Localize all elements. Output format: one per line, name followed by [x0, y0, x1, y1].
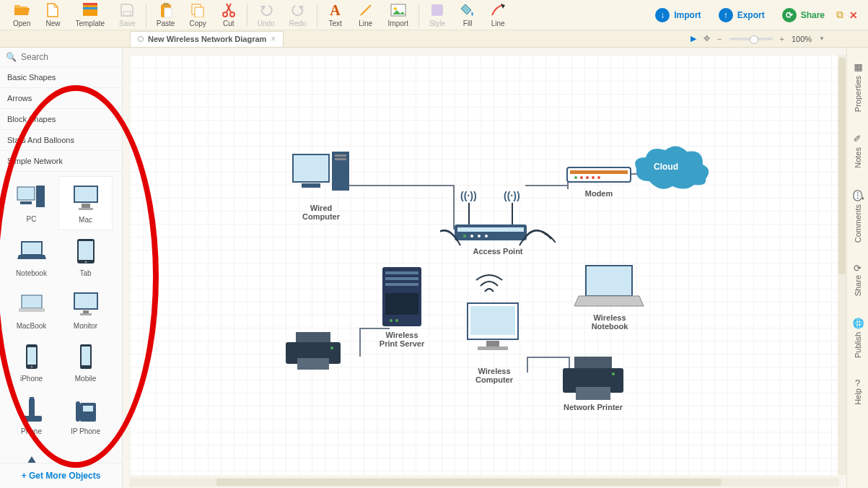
right-panel: Properties▦ Notes✎ Comments💬 Share⟳ Publ…: [846, 48, 868, 488]
redo-button[interactable]: Redo: [282, 1, 314, 29]
line-style-button[interactable]: Line: [483, 1, 513, 29]
tab-close-icon[interactable]: ×: [271, 34, 276, 44]
shape-ip-phone[interactable]: IP Phone: [58, 388, 113, 441]
help-tab[interactable]: Help?: [852, 380, 863, 405]
import-button[interactable]: ↓Import: [649, 5, 706, 25]
zoom-slider[interactable]: [729, 38, 773, 40]
category-block-shapes[interactable]: Block Shapes: [0, 109, 122, 130]
line-button[interactable]: Line: [351, 1, 381, 29]
svg-rect-50: [455, 225, 527, 240]
svg-point-10: [230, 12, 234, 17]
comments-tab[interactable]: Comments💬: [852, 190, 863, 243]
svg-rect-70: [296, 332, 330, 342]
window-close-icon[interactable]: ✕: [849, 9, 858, 21]
printer-node[interactable]: [281, 329, 345, 375]
publish-icon: 🌐: [852, 318, 864, 329]
cut-button[interactable]: Cut: [214, 1, 244, 29]
copy-button[interactable]: Copy: [182, 1, 213, 29]
share-tab[interactable]: Share⟳: [852, 264, 863, 296]
export-button[interactable]: ↑Export: [713, 5, 771, 25]
network-printer-node[interactable]: [557, 354, 629, 407]
category-basic-shapes[interactable]: Basic Shapes: [0, 67, 122, 88]
wireless-computer-node[interactable]: [455, 271, 534, 368]
help-icon: ?: [855, 378, 860, 388]
modem-node[interactable]: [563, 163, 635, 191]
shape-mac[interactable]: Mac: [58, 176, 113, 230]
connection[interactable]: [359, 328, 361, 357]
fill-button[interactable]: Fill: [452, 1, 483, 29]
svg-point-9: [223, 12, 227, 17]
svg-point-53: [470, 235, 473, 238]
tab-title: New Wireless Network Diagram: [148, 35, 266, 43]
svg-rect-37: [30, 397, 34, 400]
publish-tab[interactable]: Publish🌐: [852, 318, 863, 358]
save-button[interactable]: Save: [112, 1, 143, 29]
svg-point-68: [390, 319, 393, 322]
search-box[interactable]: 🔍: [0, 48, 122, 67]
svg-rect-72: [297, 358, 329, 370]
shape-notebook[interactable]: Notebook: [4, 230, 58, 283]
shape-mobile[interactable]: Mobile: [58, 336, 113, 388]
shape-phone[interactable]: Phone: [4, 388, 58, 441]
print-server-label: Wireless Print Server: [377, 331, 427, 348]
pan-tool-icon[interactable]: ✥: [703, 34, 710, 43]
canvas-area: Wired Computer ((·)) ((·)): [123, 48, 846, 488]
shape-iphone[interactable]: iPhone: [4, 336, 58, 388]
svg-point-73: [330, 347, 333, 349]
share-button[interactable]: ⟳Share: [776, 5, 830, 25]
print-server-node[interactable]: [377, 264, 427, 332]
svg-rect-28: [83, 310, 89, 313]
svg-rect-81: [576, 387, 610, 400]
category-stars-balloons[interactable]: Stars And Balloons: [0, 130, 122, 151]
cloud-node[interactable]: Cloud: [628, 141, 714, 202]
style-button[interactable]: Style: [422, 1, 452, 29]
category-arrows[interactable]: Arrows: [0, 88, 122, 109]
connection[interactable]: [346, 185, 455, 186]
wired-computer-node[interactable]: [289, 149, 354, 202]
svg-rect-38: [80, 403, 96, 422]
zoom-dropdown-icon[interactable]: ▼: [819, 35, 825, 42]
import-image-button[interactable]: Import: [381, 1, 416, 29]
network-printer-label: Network Printer: [563, 403, 623, 411]
cursor-tool-icon[interactable]: ▶: [691, 34, 696, 43]
svg-rect-26: [19, 308, 45, 312]
open-button[interactable]: Open: [6, 1, 38, 29]
search-input[interactable]: [21, 52, 129, 62]
window-restore-icon[interactable]: ⧉: [836, 9, 843, 21]
svg-rect-43: [332, 152, 349, 191]
svg-point-59: [580, 176, 583, 179]
text-button[interactable]: AText: [320, 1, 351, 29]
undo-button[interactable]: Undo: [250, 1, 282, 29]
shape-monitor[interactable]: Monitor: [58, 283, 113, 336]
new-button[interactable]: New: [38, 1, 68, 29]
properties-tab[interactable]: Properties▦: [852, 62, 863, 112]
svg-rect-41: [293, 154, 329, 182]
template-button[interactable]: Template: [68, 1, 112, 29]
shape-palette: PC Mac Notebook Tab MacBook Monitor iPho…: [0, 172, 122, 463]
category-simple-network[interactable]: Simple Network: [0, 151, 122, 172]
svg-rect-44: [335, 154, 346, 157]
wireless-notebook-node[interactable]: [573, 261, 645, 315]
vertical-scrollbar[interactable]: [838, 55, 846, 475]
shape-macbook[interactable]: MacBook: [4, 283, 58, 336]
svg-rect-21: [22, 242, 42, 255]
svg-rect-36: [29, 398, 35, 417]
svg-rect-51: [457, 227, 524, 232]
horizontal-scrollbar[interactable]: [130, 478, 839, 487]
paste-button[interactable]: Paste: [149, 1, 183, 29]
document-tab[interactable]: New Wireless Network Diagram ×: [130, 31, 284, 47]
shape-pc[interactable]: PC: [4, 176, 58, 230]
svg-rect-64: [385, 271, 418, 274]
svg-rect-6: [165, 8, 172, 17]
diagram-canvas[interactable]: Wired Computer ((·)) ((·)): [130, 55, 839, 475]
notes-tab[interactable]: Notes✎: [852, 134, 863, 168]
zoom-level: 100%: [792, 35, 812, 43]
svg-rect-19: [82, 204, 90, 208]
get-more-objects-button[interactable]: + Get More Objects: [0, 463, 122, 488]
shapes-sidebar: 🔍 Basic Shapes Arrows Block Shapes Stars…: [0, 48, 123, 488]
shape-tab[interactable]: Tab: [58, 230, 113, 283]
shape-more[interactable]: [4, 441, 58, 463]
svg-rect-23: [79, 241, 93, 260]
zoom-out-icon[interactable]: −: [717, 35, 722, 43]
zoom-in-icon[interactable]: +: [780, 35, 784, 43]
